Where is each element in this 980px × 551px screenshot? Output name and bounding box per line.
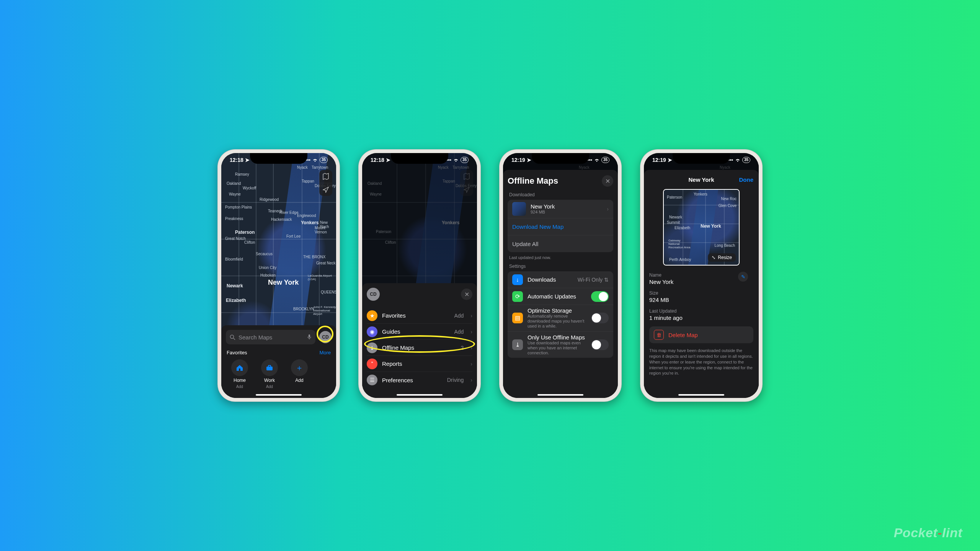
- watermark: Pocket-lint: [894, 525, 962, 540]
- profile-avatar[interactable]: CD: [319, 331, 332, 343]
- map-label-newark: Newark: [227, 283, 243, 289]
- map-region-preview[interactable]: Yonkers Paterson New Roc Glen Cove Newar…: [663, 189, 740, 266]
- edit-name-button[interactable]: ✎: [738, 272, 748, 282]
- phone-2: 12:18➤ •••35 Nyack Tarrytown Tappan Dobb…: [358, 149, 481, 402]
- location-icon: ➤: [386, 157, 390, 163]
- size-label: Size: [649, 290, 753, 296]
- setting-optimize-storage: ▤ Optimize Storage Automatically remove …: [508, 305, 613, 332]
- updown-icon: ⇅: [604, 277, 609, 283]
- map-label-ftlee: Fort Lee: [286, 234, 301, 238]
- resize-button[interactable]: ⤡ Resize: [708, 253, 736, 262]
- close-button[interactable]: ✕: [461, 289, 472, 300]
- guides-icon: ◉: [367, 326, 377, 337]
- status-time: 12:19: [652, 157, 666, 163]
- modal-title: Offline Maps: [508, 176, 558, 186]
- wifi-icon: [594, 158, 600, 162]
- favorite-add[interactable]: ＋ Add: [288, 359, 311, 389]
- resize-icon: ⤡: [712, 255, 715, 260]
- map-label-tappan: Tappan: [302, 179, 314, 183]
- map-label-preakness: Preakness: [225, 217, 243, 221]
- map-label-yonkers: Yonkers: [301, 220, 318, 225]
- battery-icon: 35: [601, 157, 609, 163]
- map-label-rutheredge: River Edge: [279, 210, 298, 215]
- menu-offline-maps[interactable]: ⤓ Offline Maps 2 ›: [367, 340, 472, 356]
- map-label-oakland: Oakland: [227, 181, 241, 186]
- menu-preferences[interactable]: ☰ Preferences Driving ›: [367, 372, 472, 388]
- favorites-more-link[interactable]: More: [319, 350, 331, 355]
- download-new-map-row[interactable]: Download New Map: [508, 218, 613, 235]
- svg-point-0: [230, 335, 234, 338]
- plus-icon: ＋: [291, 359, 308, 376]
- home-indicator[interactable]: [256, 394, 302, 396]
- battery-icon: 35: [742, 157, 750, 163]
- notch: [391, 153, 448, 164]
- wifi-icon: [735, 158, 741, 162]
- toggle-only-offline[interactable]: [591, 339, 609, 350]
- favorite-home[interactable]: Home Add: [228, 359, 251, 389]
- locate-button: [460, 183, 473, 196]
- wifi-icon: [312, 158, 318, 162]
- map-label-nyack: Nyack: [297, 165, 308, 170]
- notch: [673, 153, 730, 164]
- done-button[interactable]: Done: [739, 176, 754, 183]
- status-time: 12:18: [371, 157, 384, 163]
- map-label-bloomfield: Bloomfield: [225, 257, 243, 261]
- profile-avatar[interactable]: CD: [367, 288, 380, 301]
- mic-icon[interactable]: [307, 334, 312, 340]
- menu-guides[interactable]: ◉ Guides Add ›: [367, 324, 472, 340]
- map-label-elizabeth: Elizabeth: [226, 298, 246, 303]
- status-time: 12:19: [511, 157, 525, 163]
- download-icon: ⤓: [367, 342, 377, 353]
- favorite-sub: Add: [266, 385, 273, 389]
- chevron-right-icon: ›: [470, 345, 472, 351]
- close-button[interactable]: ✕: [602, 175, 613, 187]
- map-label-pompton: Pompton Plains: [225, 205, 252, 209]
- map-controls: [319, 170, 332, 196]
- map-label-englewood: Englewood: [297, 214, 316, 218]
- map-label-greatnotch: Great Notch: [225, 236, 246, 241]
- storage-icon: ▤: [512, 313, 523, 323]
- map-label-ramsey: Ramsey: [235, 172, 249, 176]
- map-label-lga: LaGuardia Airport (LGA): [308, 274, 335, 281]
- map-label-unioncity: Union City: [259, 266, 276, 270]
- name-value: New York: [649, 279, 753, 285]
- setting-downloads[interactable]: ↓ Downloads Wi-Fi Only⇅: [508, 271, 613, 288]
- svg-rect-4: [268, 365, 271, 367]
- map-label-secaucus: Secaucus: [256, 252, 273, 256]
- preferences-icon: ☰: [367, 375, 377, 385]
- favorites-heading: Favorites: [227, 350, 247, 355]
- phone-1: 12:18 ➤ ••• 35 New Yor: [217, 149, 340, 402]
- home-indicator[interactable]: [678, 394, 724, 396]
- home-icon: [231, 359, 248, 376]
- delete-map-button[interactable]: 🗑 Delete Map: [649, 326, 753, 343]
- section-label-downloaded: Downloaded: [509, 192, 612, 197]
- home-indicator[interactable]: [397, 394, 443, 396]
- toggle-automatic-updates[interactable]: [591, 291, 609, 302]
- map-label-hoboken: Hoboken: [260, 273, 276, 277]
- map-mode-button: [460, 170, 473, 183]
- search-input[interactable]: Search Maps: [226, 330, 315, 344]
- toggle-optimize-storage[interactable]: [591, 313, 609, 323]
- favorite-work[interactable]: Work Add: [258, 359, 281, 389]
- modal-title: New York: [689, 176, 714, 183]
- menu-favorites[interactable]: ★ Favorites Add ›: [367, 308, 472, 324]
- refresh-icon: ⟳: [512, 291, 523, 302]
- locate-button[interactable]: [319, 183, 332, 196]
- map-label-paterson: Paterson: [235, 230, 255, 235]
- map-mode-button[interactable]: [319, 170, 332, 183]
- map-label-queens: QUEENS: [321, 290, 336, 294]
- favorite-label: Add: [295, 378, 303, 383]
- location-icon: ➤: [527, 157, 531, 163]
- home-indicator[interactable]: [537, 394, 583, 396]
- trash-icon: 🗑: [654, 330, 664, 340]
- map-detail-modal: New York Done Yonkers Paterson New Roc G…: [644, 170, 759, 398]
- downloaded-map-row[interactable]: New York 924 MB ›: [508, 200, 613, 218]
- setting-only-offline: ⤓ Only Use Offline Maps Use downloaded m…: [508, 332, 613, 358]
- map-label-newroch: New Roch: [320, 220, 336, 229]
- phone-4: 12:19➤ •••35 Nyack New York Done Yonkers: [640, 149, 763, 402]
- favorite-label: Work: [264, 378, 275, 383]
- update-all-row[interactable]: Update All: [508, 235, 613, 252]
- menu-reports[interactable]: ＂ Reports ›: [367, 356, 472, 372]
- map-label-hackensack: Hackensack: [271, 217, 292, 222]
- battery-icon: 35: [461, 157, 469, 163]
